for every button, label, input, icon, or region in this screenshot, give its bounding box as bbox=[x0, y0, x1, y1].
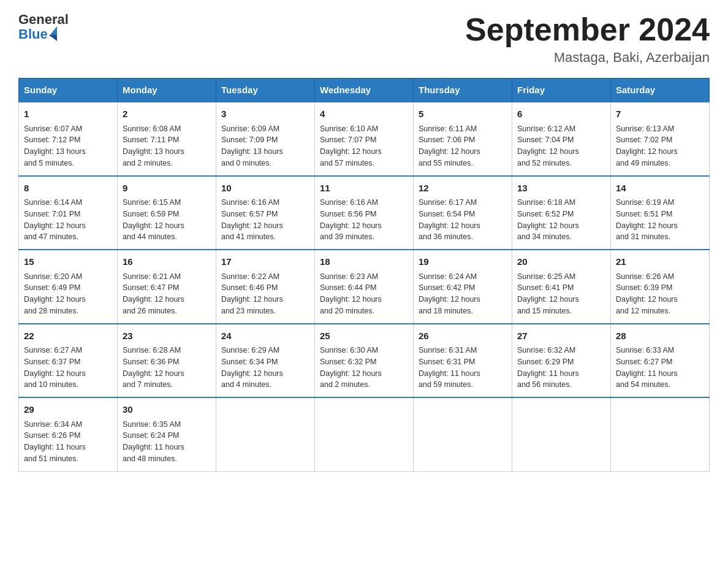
calendar-cell: 3Sunrise: 6:09 AMSunset: 7:09 PMDaylight… bbox=[216, 102, 315, 176]
calendar-cell: 2Sunrise: 6:08 AMSunset: 7:11 PMDaylight… bbox=[118, 102, 216, 176]
logo-general-text: General bbox=[18, 12, 69, 27]
day-number: 5 bbox=[419, 107, 507, 121]
day-info: Sunrise: 6:16 AMSunset: 6:57 PMDaylight:… bbox=[221, 198, 283, 241]
day-info: Sunrise: 6:10 AMSunset: 7:07 PMDaylight:… bbox=[320, 124, 382, 167]
day-number: 4 bbox=[320, 107, 408, 121]
day-info: Sunrise: 6:08 AMSunset: 7:11 PMDaylight:… bbox=[123, 124, 184, 167]
weekday-header-saturday: Saturday bbox=[611, 79, 710, 102]
calendar-cell bbox=[611, 397, 710, 471]
day-info: Sunrise: 6:35 AMSunset: 6:24 PMDaylight:… bbox=[123, 420, 184, 463]
logo-text: General Blue bbox=[18, 12, 69, 42]
calendar-cell: 22Sunrise: 6:27 AMSunset: 6:37 PMDayligh… bbox=[19, 324, 118, 398]
calendar-week-row: 29Sunrise: 6:34 AMSunset: 6:26 PMDayligh… bbox=[19, 397, 710, 471]
weekday-header-thursday: Thursday bbox=[414, 79, 512, 102]
day-info: Sunrise: 6:32 AMSunset: 6:29 PMDaylight:… bbox=[517, 346, 579, 389]
day-number: 22 bbox=[24, 329, 112, 343]
day-number: 16 bbox=[123, 255, 211, 269]
day-info: Sunrise: 6:15 AMSunset: 6:59 PMDaylight:… bbox=[123, 198, 184, 241]
calendar-cell bbox=[216, 397, 315, 471]
calendar-cell bbox=[315, 397, 414, 471]
day-number: 10 bbox=[221, 182, 309, 196]
calendar-cell: 30Sunrise: 6:35 AMSunset: 6:24 PMDayligh… bbox=[118, 397, 216, 471]
day-number: 18 bbox=[320, 255, 408, 269]
weekday-header-wednesday: Wednesday bbox=[315, 79, 414, 102]
logo: General Blue bbox=[18, 12, 69, 42]
day-info: Sunrise: 6:16 AMSunset: 6:56 PMDaylight:… bbox=[320, 198, 382, 241]
day-number: 8 bbox=[24, 182, 112, 196]
month-title: September 2024 bbox=[465, 12, 710, 47]
calendar-week-row: 15Sunrise: 6:20 AMSunset: 6:49 PMDayligh… bbox=[19, 250, 710, 324]
logo-blue-text: Blue bbox=[18, 27, 48, 42]
day-info: Sunrise: 6:29 AMSunset: 6:34 PMDaylight:… bbox=[221, 346, 283, 389]
day-number: 24 bbox=[221, 329, 309, 343]
calendar-cell: 7Sunrise: 6:13 AMSunset: 7:02 PMDaylight… bbox=[611, 102, 710, 176]
day-info: Sunrise: 6:19 AMSunset: 6:51 PMDaylight:… bbox=[616, 198, 678, 241]
calendar-cell: 25Sunrise: 6:30 AMSunset: 6:32 PMDayligh… bbox=[315, 324, 414, 398]
weekday-header-row: SundayMondayTuesdayWednesdayThursdayFrid… bbox=[19, 79, 710, 102]
day-info: Sunrise: 6:20 AMSunset: 6:49 PMDaylight:… bbox=[24, 272, 86, 315]
calendar-cell: 24Sunrise: 6:29 AMSunset: 6:34 PMDayligh… bbox=[216, 324, 315, 398]
calendar-cell: 28Sunrise: 6:33 AMSunset: 6:27 PMDayligh… bbox=[611, 324, 710, 398]
day-info: Sunrise: 6:11 AMSunset: 7:06 PMDaylight:… bbox=[419, 124, 480, 167]
day-info: Sunrise: 6:31 AMSunset: 6:31 PMDaylight:… bbox=[419, 346, 480, 389]
day-info: Sunrise: 6:12 AMSunset: 7:04 PMDaylight:… bbox=[517, 124, 579, 167]
day-number: 26 bbox=[419, 329, 507, 343]
day-number: 29 bbox=[24, 403, 112, 417]
weekday-header-sunday: Sunday bbox=[19, 79, 118, 102]
day-number: 17 bbox=[221, 255, 309, 269]
day-info: Sunrise: 6:28 AMSunset: 6:36 PMDaylight:… bbox=[123, 346, 184, 389]
day-info: Sunrise: 6:09 AMSunset: 7:09 PMDaylight:… bbox=[221, 124, 283, 167]
calendar-cell: 26Sunrise: 6:31 AMSunset: 6:31 PMDayligh… bbox=[414, 324, 512, 398]
day-number: 11 bbox=[320, 182, 408, 196]
day-info: Sunrise: 6:23 AMSunset: 6:44 PMDaylight:… bbox=[320, 272, 382, 315]
day-number: 27 bbox=[517, 329, 605, 343]
calendar-cell: 9Sunrise: 6:15 AMSunset: 6:59 PMDaylight… bbox=[118, 176, 216, 250]
page-header: General Blue September 2024 Mastaga, Bak… bbox=[18, 12, 710, 66]
calendar-week-row: 8Sunrise: 6:14 AMSunset: 7:01 PMDaylight… bbox=[19, 176, 710, 250]
calendar-cell: 4Sunrise: 6:10 AMSunset: 7:07 PMDaylight… bbox=[315, 102, 414, 176]
day-number: 3 bbox=[221, 107, 309, 121]
calendar-cell: 8Sunrise: 6:14 AMSunset: 7:01 PMDaylight… bbox=[19, 176, 118, 250]
day-number: 14 bbox=[616, 182, 704, 196]
calendar-cell: 15Sunrise: 6:20 AMSunset: 6:49 PMDayligh… bbox=[19, 250, 118, 324]
calendar-cell: 17Sunrise: 6:22 AMSunset: 6:46 PMDayligh… bbox=[216, 250, 315, 324]
day-number: 6 bbox=[517, 107, 605, 121]
weekday-header-tuesday: Tuesday bbox=[216, 79, 315, 102]
day-info: Sunrise: 6:30 AMSunset: 6:32 PMDaylight:… bbox=[320, 346, 382, 389]
day-info: Sunrise: 6:13 AMSunset: 7:02 PMDaylight:… bbox=[616, 124, 678, 167]
calendar-cell: 19Sunrise: 6:24 AMSunset: 6:42 PMDayligh… bbox=[414, 250, 512, 324]
day-info: Sunrise: 6:17 AMSunset: 6:54 PMDaylight:… bbox=[419, 198, 480, 241]
day-number: 20 bbox=[517, 255, 605, 269]
day-number: 9 bbox=[123, 182, 211, 196]
calendar-cell: 23Sunrise: 6:28 AMSunset: 6:36 PMDayligh… bbox=[118, 324, 216, 398]
day-info: Sunrise: 6:27 AMSunset: 6:37 PMDaylight:… bbox=[24, 346, 86, 389]
weekday-header-friday: Friday bbox=[512, 79, 611, 102]
day-number: 13 bbox=[517, 182, 605, 196]
day-number: 2 bbox=[123, 107, 211, 121]
day-info: Sunrise: 6:33 AMSunset: 6:27 PMDaylight:… bbox=[616, 346, 678, 389]
day-info: Sunrise: 6:25 AMSunset: 6:41 PMDaylight:… bbox=[517, 272, 579, 315]
calendar-cell: 14Sunrise: 6:19 AMSunset: 6:51 PMDayligh… bbox=[611, 176, 710, 250]
calendar-cell bbox=[512, 397, 611, 471]
calendar-cell: 20Sunrise: 6:25 AMSunset: 6:41 PMDayligh… bbox=[512, 250, 611, 324]
day-info: Sunrise: 6:34 AMSunset: 6:26 PMDaylight:… bbox=[24, 420, 86, 463]
day-info: Sunrise: 6:07 AMSunset: 7:12 PMDaylight:… bbox=[24, 124, 86, 167]
day-info: Sunrise: 6:21 AMSunset: 6:47 PMDaylight:… bbox=[123, 272, 184, 315]
calendar-cell: 10Sunrise: 6:16 AMSunset: 6:57 PMDayligh… bbox=[216, 176, 315, 250]
calendar-cell: 11Sunrise: 6:16 AMSunset: 6:56 PMDayligh… bbox=[315, 176, 414, 250]
day-info: Sunrise: 6:18 AMSunset: 6:52 PMDaylight:… bbox=[517, 198, 579, 241]
day-number: 30 bbox=[123, 403, 211, 417]
day-info: Sunrise: 6:22 AMSunset: 6:46 PMDaylight:… bbox=[221, 272, 283, 315]
day-info: Sunrise: 6:14 AMSunset: 7:01 PMDaylight:… bbox=[24, 198, 86, 241]
calendar-cell: 29Sunrise: 6:34 AMSunset: 6:26 PMDayligh… bbox=[19, 397, 118, 471]
location-text: Mastaga, Baki, Azerbaijan bbox=[465, 50, 710, 66]
day-number: 25 bbox=[320, 329, 408, 343]
day-number: 23 bbox=[123, 329, 211, 343]
calendar-cell: 12Sunrise: 6:17 AMSunset: 6:54 PMDayligh… bbox=[414, 176, 512, 250]
title-block: September 2024 Mastaga, Baki, Azerbaijan bbox=[465, 12, 710, 66]
calendar-cell: 6Sunrise: 6:12 AMSunset: 7:04 PMDaylight… bbox=[512, 102, 611, 176]
day-number: 19 bbox=[419, 255, 507, 269]
calendar-week-row: 22Sunrise: 6:27 AMSunset: 6:37 PMDayligh… bbox=[19, 324, 710, 398]
calendar-cell: 16Sunrise: 6:21 AMSunset: 6:47 PMDayligh… bbox=[118, 250, 216, 324]
day-info: Sunrise: 6:24 AMSunset: 6:42 PMDaylight:… bbox=[419, 272, 480, 315]
